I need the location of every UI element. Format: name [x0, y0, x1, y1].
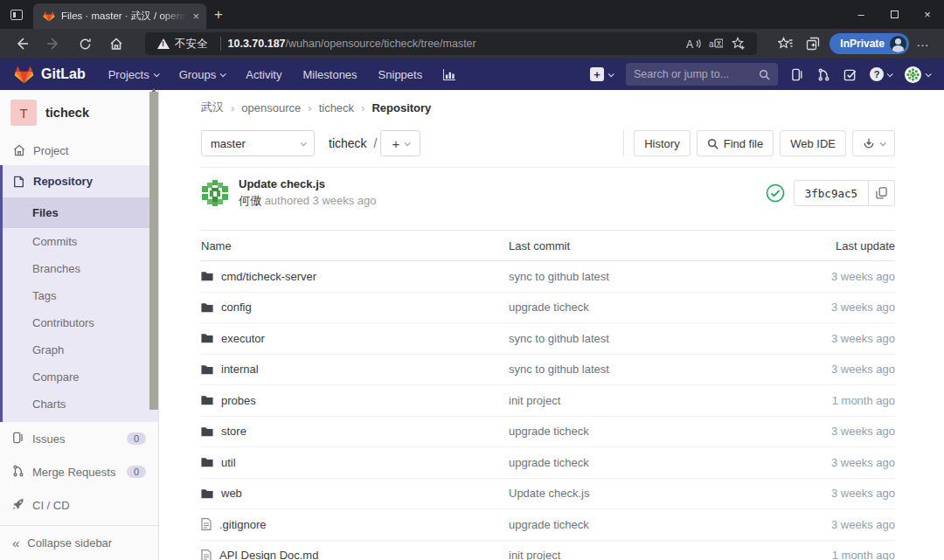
forward-button[interactable]	[38, 31, 68, 56]
sidebar-repo-subitem-graph[interactable]: Graph	[3, 336, 158, 363]
sidebar-repo-subitem-contributors[interactable]: Contributors	[3, 309, 158, 336]
breadcrumb-group[interactable]: 武汉	[201, 100, 224, 115]
maximize-button[interactable]	[878, 0, 911, 29]
gitlab-brand[interactable]: GitLab	[41, 66, 86, 82]
refresh-button[interactable]	[70, 31, 100, 56]
issues-icon	[12, 432, 24, 446]
row-commit-link[interactable]: sync to github latest	[509, 363, 781, 376]
collections-button[interactable]	[802, 34, 824, 53]
sidebar-repo-subitem-files[interactable]: Files	[3, 197, 158, 228]
file-name-link[interactable]: cmd/ticheck-server	[221, 270, 316, 283]
user-menu-button[interactable]	[905, 66, 930, 83]
translate-button[interactable]: a	[705, 34, 727, 53]
row-last-update: 1 month ago	[832, 549, 895, 560]
divider	[623, 130, 624, 156]
back-button[interactable]	[7, 31, 37, 56]
settings-menu-button[interactable]: …	[914, 34, 937, 54]
add-file-button[interactable]: +	[380, 130, 420, 156]
add-favorite-button[interactable]	[727, 34, 750, 53]
sidebar-repo-subitem-charts[interactable]: Charts	[3, 391, 158, 418]
sidebar-item-cicd[interactable]: CI / CD	[0, 488, 158, 522]
sidebar-repo-subitem-branches[interactable]: Branches	[3, 255, 158, 282]
security-chip[interactable]: 不安全	[152, 37, 213, 52]
sidebar-item-label: Issues	[32, 432, 66, 446]
help-menu-button[interactable]: ?	[870, 67, 892, 81]
todos-nav-button[interactable]	[843, 68, 857, 81]
row-commit-link[interactable]: upgrade ticheck	[509, 456, 781, 469]
sidebar-repo-subitem-compare[interactable]: Compare	[3, 363, 158, 391]
sidebar-item-issues[interactable]: Issues 0	[0, 422, 158, 455]
sidebar-item-label: Merge Requests	[32, 466, 115, 479]
file-name-link[interactable]: util	[221, 456, 236, 469]
search-box[interactable]	[626, 63, 778, 86]
row-commit-link[interactable]: init project	[509, 549, 781, 560]
url-text[interactable]: 10.3.70.187/wuhan/opensource/ticheck/tre…	[228, 38, 683, 50]
nav-milestones[interactable]: Milestones	[302, 68, 357, 81]
nav-snippets[interactable]: Snippets	[378, 68, 423, 81]
nav-groups[interactable]: Groups	[179, 68, 226, 81]
row-commit-link[interactable]: upgrade ticheck	[509, 518, 781, 531]
translate-icon: a	[709, 38, 723, 50]
inprivate-badge[interactable]: InPrivate	[829, 33, 909, 54]
tab-close-icon[interactable]: ×	[192, 10, 199, 22]
commit-hash[interactable]: 3fbc9ac5	[794, 180, 869, 206]
copy-icon	[876, 187, 887, 199]
sidebar-scrollbar-track[interactable]	[149, 90, 158, 560]
issues-nav-button[interactable]	[791, 68, 804, 81]
merge-request-icon	[12, 465, 24, 480]
breadcrumb-project[interactable]: ticheck	[319, 101, 354, 114]
pipeline-passed-icon[interactable]	[766, 183, 785, 203]
file-name-link[interactable]: internal	[221, 363, 259, 376]
commit-author-link[interactable]: 何傲	[239, 194, 261, 207]
branch-selector[interactable]: master	[201, 130, 315, 156]
sidebar-item-project[interactable]: Project	[0, 135, 158, 165]
download-button[interactable]	[852, 130, 895, 156]
copy-hash-button[interactable]	[869, 180, 895, 206]
search-input[interactable]	[634, 68, 759, 80]
nav-chart-button[interactable]	[443, 69, 456, 80]
find-file-button[interactable]: Find file	[697, 130, 774, 156]
commit-author-avatar[interactable]	[201, 179, 229, 207]
sidebar-repo-subitem-commits[interactable]: Commits	[3, 228, 158, 255]
sidebar-scrollbar-thumb[interactable]	[149, 92, 158, 410]
history-button[interactable]: History	[634, 130, 690, 156]
new-tab-button[interactable]: +	[206, 0, 231, 29]
file-name-link[interactable]: config	[221, 301, 252, 314]
collapse-sidebar-button[interactable]: « Collapse sidebar	[0, 525, 158, 560]
breadcrumb-subgroup[interactable]: opensource	[241, 101, 301, 114]
row-commit-link[interactable]: upgrade ticheck	[509, 301, 781, 314]
row-commit-link[interactable]: init project	[509, 394, 781, 407]
address-bar[interactable]: 不安全 10.3.70.187/wuhan/opensource/ticheck…	[145, 32, 757, 55]
file-name-link[interactable]: store	[221, 425, 246, 438]
sidebar-item-repository[interactable]: Repository	[3, 165, 158, 197]
chevron-down-icon	[220, 71, 226, 77]
new-menu-button[interactable]: +	[590, 67, 613, 81]
nav-activity[interactable]: Activity	[246, 68, 281, 81]
commit-title-link[interactable]: Update check.js	[239, 177, 377, 190]
sidebar-repo-subitem-tags[interactable]: Tags	[3, 282, 158, 309]
nav-projects[interactable]: Projects	[108, 68, 158, 81]
home-button[interactable]	[101, 31, 131, 56]
file-name-link[interactable]: probes	[221, 394, 256, 407]
back-icon	[15, 37, 29, 51]
file-name-link[interactable]: web	[221, 487, 242, 500]
vertical-tabs-button[interactable]	[0, 0, 33, 29]
file-name-link[interactable]: executor	[221, 332, 265, 345]
row-commit-link[interactable]: upgrade ticheck	[509, 425, 781, 438]
file-name-link[interactable]: API Design Doc.md	[219, 549, 318, 560]
row-commit-link[interactable]: Update check.js	[509, 487, 781, 500]
merge-requests-nav-button[interactable]	[817, 68, 830, 81]
column-header-name: Name	[201, 231, 509, 261]
sidebar-item-merge-requests[interactable]: Merge Requests 0	[0, 455, 158, 488]
read-aloud-button[interactable]: A	[682, 34, 705, 53]
path-project-link[interactable]: ticheck	[329, 136, 367, 150]
file-name-link[interactable]: .gitignore	[219, 518, 266, 531]
browser-tab[interactable]: Files · master · 武汉 / opensour... ×	[33, 3, 206, 29]
row-commit-link[interactable]: sync to github latest	[509, 270, 781, 283]
minimize-button[interactable]: –	[844, 0, 878, 29]
close-button[interactable]: ×	[911, 0, 944, 29]
web-ide-button[interactable]: Web IDE	[780, 130, 846, 156]
row-commit-link[interactable]: sync to github latest	[509, 332, 781, 345]
favorites-bar-button[interactable]	[774, 34, 796, 53]
project-header[interactable]: T ticheck	[0, 90, 158, 135]
